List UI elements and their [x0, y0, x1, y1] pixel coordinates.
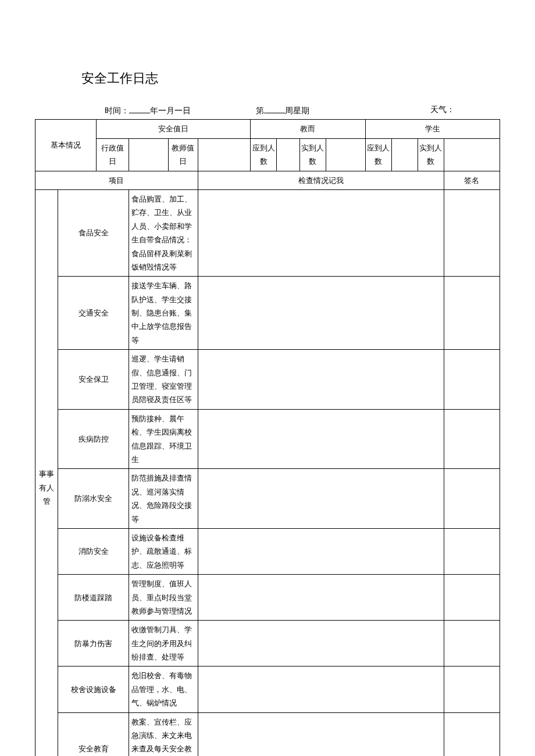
s-actual-val[interactable] — [444, 138, 500, 171]
record-cell[interactable] — [198, 409, 444, 469]
admin-duty-header: 行政值日 — [96, 138, 129, 171]
sign-header: 签名 — [444, 171, 500, 189]
record-cell[interactable] — [198, 189, 444, 276]
s-actual-header: 实到人数 — [418, 138, 444, 171]
cat-cell: 防溺水安全 — [58, 469, 129, 529]
cat-cell: 校舍设施设备 — [58, 667, 129, 712]
cat-cell: 消防安全 — [58, 528, 129, 574]
sign-cell[interactable] — [444, 189, 500, 276]
sign-cell[interactable] — [444, 350, 500, 410]
sign-cell[interactable] — [444, 667, 500, 712]
header-row-3: 项目 检查情况记我 签名 — [35, 171, 500, 189]
teacher-duty-header: 教师值日 — [169, 138, 198, 171]
record-cell[interactable] — [198, 575, 444, 621]
table-row: 事事有人管 食品安全 食品购置、加工、贮存、卫生、从业人员、小卖部和学生自带食品… — [35, 189, 500, 276]
desc-cell: 收缴管制刀具、学生之间的矛用及纠纷排查、处理等 — [129, 621, 198, 667]
cat-cell: 防暴力伤害 — [58, 621, 129, 667]
record-cell[interactable] — [198, 277, 444, 350]
project-header: 项目 — [35, 171, 198, 189]
desc-cell: 管理制度、值班人员、重点时段当堂教师参与管理情况 — [129, 575, 198, 621]
sign-cell[interactable] — [444, 621, 500, 667]
main-table: 基本情况 安全值日 教而 学生 行政值日 教师值日 应到人数 实到人数 应到人数… — [35, 119, 500, 756]
record-cell[interactable] — [198, 350, 444, 410]
desc-cell: 食品购置、加工、贮存、卫生、从业人员、小卖部和学生自带食品情况：食品留样及剩菜剩… — [129, 189, 198, 276]
duty-header: 安全值日 — [96, 120, 250, 138]
s-expected-header: 应到人数 — [365, 138, 391, 171]
meta-row: 时间：年一月一日 第周星期 天气： — [105, 105, 500, 116]
header-row-2: 行政值日 教师值日 应到人数 实到人数 应到人数 实到人数 — [35, 138, 500, 171]
desc-cell: 危旧校舍、有毒物品管理，水、电、气、锅炉情况 — [129, 667, 198, 712]
year-suffix: 年一月一日 — [150, 106, 191, 115]
meta-weather: 天气： — [430, 105, 500, 116]
table-row: 防溺水安全 防范措施及排查情况、巡河落实情况、危险路段交接等 — [35, 469, 500, 529]
sign-cell[interactable] — [444, 469, 500, 529]
s-expected-val[interactable] — [391, 138, 418, 171]
table-row: 消防安全 设施设备检查维护、疏散通道、标志、应急照明等 — [35, 528, 500, 574]
week-prefix: 第 — [256, 106, 264, 115]
table-row: 安全保卫 巡逻、学生请销假、信息通报、门卫管理、寝室管理员陪寝及责任区等 — [35, 350, 500, 410]
cat-cell: 交通安全 — [58, 277, 129, 350]
table-row: 交通安全 接送学生车辆、路队护送、学生交接制、隐患台账、集中上放学信息报告等 — [35, 277, 500, 350]
sign-cell[interactable] — [444, 712, 500, 756]
teacher-duty-val[interactable] — [198, 138, 250, 171]
desc-cell: 设施设备检查维护、疏散通道、标志、应急照明等 — [129, 528, 198, 574]
admin-duty-val[interactable] — [129, 138, 169, 171]
cat-cell: 疾病防控 — [58, 409, 129, 469]
cat-cell: 防楼道踩踏 — [58, 575, 129, 621]
table-row: 防暴力伤害 收缴管制刀具、学生之间的矛用及纠纷排查、处理等 — [35, 621, 500, 667]
record-cell[interactable] — [198, 621, 444, 667]
cat-cell: 安全保卫 — [58, 350, 129, 410]
meta-time: 时间：年一月一日 — [105, 105, 256, 116]
table-row: 安全教育 教案、宣传栏、应急演练、来文来电来查及每天安全教育、每天放学时安全教育… — [35, 712, 500, 756]
sign-cell[interactable] — [444, 277, 500, 350]
desc-cell: 防范措施及排查情况、巡河落实情况、危险路段交接等 — [129, 469, 198, 529]
student-header: 学生 — [365, 120, 500, 138]
record-cell[interactable] — [198, 528, 444, 574]
desc-cell: 预防接种、晨午检、学生因病离校信息跟踪、环境卫生 — [129, 409, 198, 469]
desc-cell: 巡逻、学生请销假、信息通报、门卫管理、寝室管理员陪寝及责任区等 — [129, 350, 198, 410]
week-blank[interactable] — [264, 105, 285, 113]
teacher-header: 教而 — [251, 120, 365, 138]
t-expected-header: 应到人数 — [251, 138, 277, 171]
year-blank[interactable] — [129, 105, 150, 113]
t-expected-val[interactable] — [277, 138, 299, 171]
page-title: 安全工作日志 — [81, 70, 500, 87]
table-row: 疾病防控 预防接种、晨午检、学生因病离校信息跟踪、环境卫生 — [35, 409, 500, 469]
section1-group: 事事有人管 — [35, 189, 58, 756]
header-row-1: 基本情况 安全值日 教而 学生 — [35, 120, 500, 138]
meta-week: 第周星期 — [256, 105, 430, 116]
record-cell[interactable] — [198, 712, 444, 756]
t-actual-val[interactable] — [326, 138, 365, 171]
desc-cell: 教案、宣传栏、应急演练、来文来电来查及每天安全教育、每天放学时安全教育。 — [129, 712, 198, 756]
basic-header: 基本情况 — [35, 120, 97, 171]
sign-cell[interactable] — [444, 409, 500, 469]
cat-cell: 安全教育 — [58, 712, 129, 756]
record-cell[interactable] — [198, 667, 444, 712]
table-row: 校舍设施设备 危旧校舍、有毒物品管理，水、电、气、锅炉情况 — [35, 667, 500, 712]
week-suffix: 周星期 — [285, 106, 309, 115]
sign-cell[interactable] — [444, 575, 500, 621]
cat-cell: 食品安全 — [58, 189, 129, 276]
record-cell[interactable] — [198, 469, 444, 529]
table-row: 防楼道踩踏 管理制度、值班人员、重点时段当堂教师参与管理情况 — [35, 575, 500, 621]
record-header: 检查情况记我 — [198, 171, 444, 189]
weather-label: 天气： — [430, 105, 455, 114]
desc-cell: 接送学生车辆、路队护送、学生交接制、隐患台账、集中上放学信息报告等 — [129, 277, 198, 350]
time-label: 时间： — [105, 106, 129, 115]
t-actual-header: 实到人数 — [299, 138, 326, 171]
sign-cell[interactable] — [444, 528, 500, 574]
